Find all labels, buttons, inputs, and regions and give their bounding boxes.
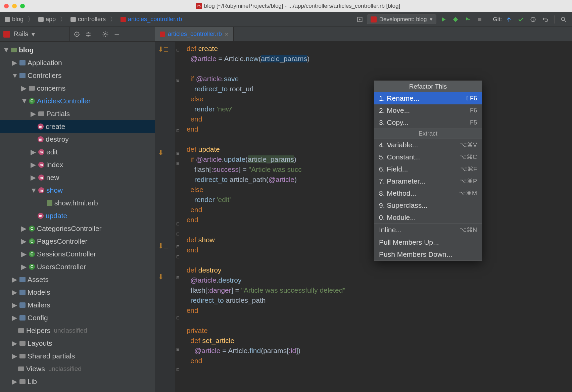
popup-title: Refactor This [374,81,482,92]
svg-point-6 [76,34,77,35]
tree-method-new[interactable]: ▶mnew [0,171,155,184]
ruby-icon: rb [196,3,202,9]
tree-assets[interactable]: ▶Assets [0,273,155,286]
tree-articles-controller[interactable]: ▼CArticlesController [0,95,155,107]
tree-application[interactable]: ▶Application [0,56,155,69]
tree-sessions-controller[interactable]: ▶CSessionsController [0,248,155,260]
tree-method-update[interactable]: mupdate [0,209,155,222]
override-icon[interactable]: ⬇□ [158,272,164,279]
close-tab-button[interactable]: ✕ [225,32,229,37]
tree-method-edit[interactable]: ▶medit [0,146,155,158]
folder-icon [38,111,44,116]
folder-icon [70,17,76,22]
tree-method-create[interactable]: mcreate [0,120,155,133]
popup-item-field[interactable]: 6. Field...⌥⌘F [374,163,482,175]
project-tree[interactable]: ▼blog ▶Application ▼Controllers ▶concern… [0,42,155,392]
tree-models[interactable]: ▶Models [0,286,155,299]
refactor-this-popup: Refactor This 1. Rename...⇧F6 2. Move...… [374,81,482,261]
popup-item-rename[interactable]: 1. Rename...⇧F6 [374,92,482,104]
popup-item-push-down[interactable]: Push Members Down... [374,248,482,260]
tree-file-show-erb[interactable]: show.html.erb [0,197,155,209]
popup-item-constant[interactable]: 5. Constant...⌥⌘C [374,151,482,163]
ruby-file-icon [121,17,126,22]
hide-button[interactable] [112,30,121,39]
settings-button[interactable] [101,30,110,39]
git-revert-button[interactable] [540,14,550,24]
git-history-button[interactable] [528,14,538,24]
rails-view-selector[interactable]: Rails ▾ [0,27,70,41]
tree-concerns[interactable]: ▶concerns [0,82,155,95]
popup-item-pull-up[interactable]: Pull Members Up... [374,236,482,248]
run-button[interactable] [438,14,448,24]
editor-gutter[interactable]: ⬇□ ⬇□ ⬇□ ⬇□ [155,42,175,392]
tree-method-destroy[interactable]: mdestroy [0,133,155,146]
git-commit-button[interactable] [516,14,526,24]
popup-item-inline[interactable]: Inline...⌥⌘N [374,224,482,236]
tree-method-index[interactable]: ▶mindex [0,158,155,171]
popup-item-superclass[interactable]: 9. Superclass... [374,199,482,211]
tree-config[interactable]: ▶Config [0,311,155,324]
erb-file-icon [47,200,52,206]
git-update-button[interactable] [504,14,514,24]
tree-method-show[interactable]: ▼mshow [0,184,155,197]
popup-item-method[interactable]: 8. Method...⌥⌘M [374,187,482,199]
debug-button[interactable] [450,14,461,24]
editor-tab-articles-controller[interactable]: articles_controller.rb ✕ [155,27,234,41]
tree-lib[interactable]: ▶Lib [0,375,155,388]
override-icon[interactable]: ⬇□ [158,148,164,154]
stop-button[interactable] [475,14,485,24]
project-icon [11,48,17,52]
method-icon: m [38,213,44,219]
tree-helpers[interactable]: Helpersunclassified [0,324,155,337]
tree-layouts[interactable]: ▶Layouts [0,337,155,350]
run-coverage-button[interactable] [463,14,473,24]
tree-users-controller[interactable]: ▶CUsersController [0,260,155,273]
chevron-right-icon: 〉 [60,15,66,24]
code-editor[interactable]: ⬇□ ⬇□ ⬇□ ⬇□ ⊟ ⊟ ⊡ ⊟ ⊟ ⊡ ⊡ ⊟ ⊡ ⊟ ⊡ ⊟ ⊡ de… [155,42,572,392]
override-icon[interactable]: ⬇□ [158,44,164,51]
collapse-all-button[interactable] [84,30,93,39]
method-icon: m [38,124,44,130]
chevron-right-icon: 〉 [28,15,34,24]
breadcrumb-app[interactable]: app [37,16,57,23]
tree-views[interactable]: Viewsunclassified [0,362,155,375]
fold-column[interactable]: ⊟ ⊟ ⊡ ⊟ ⊟ ⊡ ⊡ ⊟ ⊡ ⊟ ⊡ ⊟ ⊡ [175,42,181,392]
tree-shared-partials[interactable]: ▶Shared partials [0,350,155,362]
breadcrumb-file[interactable]: articles_controller.rb [119,16,183,23]
chevron-right-icon: 〉 [110,15,116,24]
popup-section-extract: Extract [374,129,482,139]
build-button[interactable] [355,14,365,24]
folder-icon [19,60,26,65]
popup-item-copy[interactable]: 3. Copy...F5 [374,116,482,129]
folder-icon [19,354,26,358]
search-everywhere-button[interactable] [559,14,569,24]
zoom-window-button[interactable] [20,4,25,8]
close-window-button[interactable] [4,4,9,8]
tree-mailers[interactable]: ▶Mailers [0,299,155,311]
folder-icon [19,277,26,282]
svg-point-4 [561,17,565,20]
tree-categories-controller[interactable]: ▶CCategoriesController [0,222,155,235]
rails-icon [371,16,377,22]
breadcrumb-blog[interactable]: blog [3,16,25,23]
popup-item-move[interactable]: 2. Move...F6 [374,104,482,116]
tree-root-blog[interactable]: ▼blog [0,44,155,56]
popup-item-variable[interactable]: 4. Variable...⌥⌘V [374,139,482,151]
folder-icon [19,290,26,295]
tree-partials[interactable]: ▶Partials [0,107,155,120]
override-icon[interactable]: ⬇□ [158,241,164,248]
popup-item-module[interactable]: 0. Module... [374,211,482,224]
breadcrumb-controllers[interactable]: controllers [69,16,107,23]
folder-icon [18,328,24,333]
run-configuration-selector[interactable]: Development: blog ▾ [367,14,436,24]
popup-item-parameter[interactable]: 7. Parameter...⌥⌘P [374,175,482,187]
class-icon: C [29,226,35,232]
class-icon: C [29,98,35,104]
tree-pages-controller[interactable]: ▶CPagesController [0,235,155,248]
minimize-window-button[interactable] [12,4,17,8]
method-icon: m [38,175,44,181]
navigation-toolbar: blog 〉 app 〉 controllers 〉 articles_cont… [0,12,572,27]
method-icon: m [38,149,44,155]
locate-file-button[interactable] [73,30,81,39]
tree-controllers[interactable]: ▼Controllers [0,69,155,82]
